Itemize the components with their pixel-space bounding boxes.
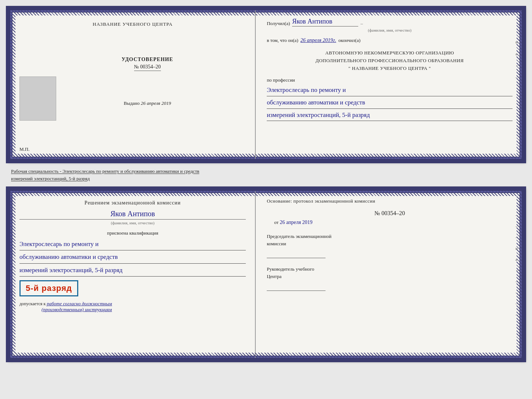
osnovanie-title: Основание: протокол экзаменационной коми… bbox=[267, 198, 513, 204]
dopusk-hw: работе согласно должностным bbox=[47, 301, 112, 306]
vydano-block: Выдано 26 апреля 2019 bbox=[124, 100, 171, 106]
qual-line2: обслуживанию автоматики и средств bbox=[19, 251, 246, 263]
qual-line1: Электрослесарь по ремонту и bbox=[19, 238, 246, 250]
rukovoditel-title: Руководитель учебного Центра bbox=[267, 266, 513, 280]
qualification-block: Электрослесарь по ремонту и обслуживанию… bbox=[19, 238, 246, 277]
right-edge-labels-top: и а ← – bbox=[515, 40, 520, 79]
profession-line3: измерений электростанций, 5-й разряд bbox=[267, 110, 513, 121]
org-line1: АВТОНОМНУЮ НЕКОММЕРЧЕСКУЮ ОРГАНИЗАЦИЮ bbox=[267, 49, 513, 57]
vtom-line: в том, что он(а) 26 апреля 2019г. окончи… bbox=[267, 38, 513, 43]
chairman-block: Председатель экзаменационной комиссии bbox=[267, 233, 513, 258]
ot-label: от bbox=[274, 220, 278, 225]
chairman-title: Председатель экзаменационной комиссии bbox=[267, 233, 513, 247]
dopusk-hw2: (производственным) инструкциям bbox=[42, 307, 246, 313]
protocol-number: № 00354–20 bbox=[267, 210, 513, 217]
bottom-right-panel: Основание: протокол экзаменационной коми… bbox=[256, 191, 522, 358]
rukovoditel-signature-line bbox=[267, 282, 326, 291]
vydano-date: 26 апреля 2019 bbox=[141, 100, 171, 106]
poluchil-line: Получил(а) Яков Антипов – bbox=[267, 18, 513, 26]
vydano-label: Выдано bbox=[124, 100, 140, 106]
dopuskaetsya-line: допускается к работе согласно должностны… bbox=[19, 301, 246, 307]
middle-specialty-text: Рабочая специальность - Электрослесарь п… bbox=[7, 165, 525, 184]
qual-line3: измерений электростанций, 5-й разряд bbox=[19, 264, 246, 277]
prisvoena-text: присвоена квалификация bbox=[19, 230, 246, 236]
udostoverenie-number: № 00354–20 bbox=[134, 64, 161, 71]
po-professii: по профессии bbox=[267, 77, 513, 83]
vtom-label: в том, что он(а) bbox=[267, 38, 298, 43]
dash: – bbox=[360, 21, 363, 26]
top-right-panel: Получил(а) Яков Антипов – (фамилия, имя,… bbox=[256, 10, 522, 159]
right-edge-labels-bottom: – – – и а ← – – – – bbox=[515, 213, 520, 317]
udostoverenie-title: УДОСТОВЕРЕНИЕ bbox=[122, 57, 173, 63]
vtom-date: 26 апреля 2019г. bbox=[301, 38, 336, 43]
razryad-stamp: 5-й разряд bbox=[19, 280, 78, 296]
ot-date-hw: 26 апреля 2019 bbox=[280, 220, 312, 225]
org-block: АВТОНОМНУЮ НЕКОММЕРЧЕСКУЮ ОРГАНИЗАЦИЮ ДО… bbox=[267, 49, 513, 72]
top-left-panel: НАЗВАНИЕ УЧЕБНОГО ЦЕНТРА УДОСТОВЕРЕНИЕ №… bbox=[10, 10, 256, 159]
top-document: НАЗВАНИЕ УЧЕБНОГО ЦЕНТРА УДОСТОВЕРЕНИЕ №… bbox=[7, 7, 525, 162]
org-line2: ДОПОЛНИТЕЛЬНОГО ПРОФЕССИОНАЛЬНОГО ОБРАЗО… bbox=[267, 57, 513, 65]
udostoverenie-block: УДОСТОВЕРЕНИЕ № 00354–20 bbox=[122, 57, 173, 71]
profession-line2: обслуживанию автоматики и средств bbox=[267, 97, 513, 109]
chairman-signature-line bbox=[267, 249, 326, 258]
profession-line1: Электрослесарь по ремонту и bbox=[267, 85, 513, 96]
ot-date-line: от 26 апреля 2019 bbox=[267, 220, 513, 225]
page-wrapper: НАЗВАНИЕ УЧЕБНОГО ЦЕНТРА УДОСТОВЕРЕНИЕ №… bbox=[7, 7, 525, 361]
mp-label: М.П. bbox=[19, 146, 29, 152]
resheniem-text: Решением экзаменационной комиссии bbox=[19, 200, 246, 206]
okonchil-label: окончил(а) bbox=[338, 38, 360, 43]
org-line3: " НАЗВАНИЕ УЧЕБНОГО ЦЕНТРА " bbox=[267, 65, 513, 72]
photo-placeholder bbox=[19, 76, 56, 121]
recipient-name: Яков Антипов bbox=[292, 18, 358, 26]
bottom-document: Решением экзаменационной комиссии Яков А… bbox=[7, 188, 525, 361]
rukovoditel-block: Руководитель учебного Центра bbox=[267, 266, 513, 291]
center-name-top: НАЗВАНИЕ УЧЕБНОГО ЦЕНТРА bbox=[93, 21, 172, 27]
dopuskaetsya-label: допускается к bbox=[19, 301, 46, 306]
bottom-name: Яков Антипов bbox=[19, 210, 246, 220]
fio-caption-top: (фамилия, имя, отчество) bbox=[267, 28, 513, 32]
poluchil-label: Получил(а) bbox=[267, 21, 290, 26]
bottom-left-panel: Решением экзаменационной комиссии Яков А… bbox=[10, 191, 256, 358]
fio-caption-bottom: (фамилия, имя, отчество) bbox=[19, 221, 246, 225]
profession-block: Электрослесарь по ремонту и обслуживанию… bbox=[267, 85, 513, 121]
